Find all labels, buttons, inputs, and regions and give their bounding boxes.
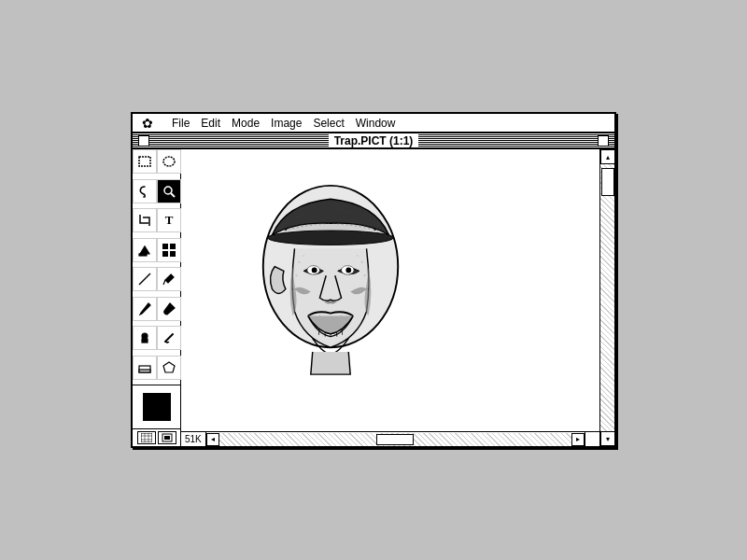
tool-eyedropper[interactable] — [157, 267, 181, 291]
svg-point-43 — [321, 244, 323, 245]
scroll-thumb-h[interactable] — [376, 434, 414, 445]
tool-brush[interactable] — [157, 297, 181, 321]
resize-corner[interactable] — [585, 432, 599, 447]
tool-eraser[interactable] — [133, 356, 157, 380]
tool-paint-bucket[interactable] — [133, 238, 157, 262]
canvas-wrapper: 51K ◂ ▸ — [181, 149, 599, 446]
svg-rect-7 — [170, 244, 176, 249]
menu-edit[interactable]: Edit — [195, 115, 226, 132]
svg-point-36 — [303, 255, 304, 257]
tool-pencil[interactable] — [133, 297, 157, 321]
svg-point-35 — [298, 261, 300, 263]
scroll-down-button[interactable]: ▾ — [600, 431, 615, 446]
svg-point-29 — [345, 268, 351, 273]
nav-button[interactable] — [158, 431, 176, 444]
tool-lasso[interactable] — [133, 179, 157, 203]
toolbox: T — [133, 149, 181, 446]
apple-menu[interactable]: ✿ — [136, 114, 159, 133]
close-button[interactable] — [138, 135, 149, 147]
menu-image[interactable]: Image — [265, 115, 307, 132]
tool-pattern[interactable] — [157, 238, 181, 262]
canvas-section: 51K ◂ ▸ ▴ ▾ — [181, 149, 614, 446]
svg-point-45 — [330, 239, 331, 241]
scroll-right-button[interactable]: ▸ — [571, 433, 585, 446]
file-size: 51K — [181, 432, 206, 446]
mac-window: ✿ File Edit Mode Image Select Window Tra… — [131, 112, 616, 448]
tool-rect-select[interactable] — [133, 149, 157, 174]
svg-point-40 — [357, 255, 359, 257]
svg-line-4 — [171, 193, 175, 197]
tool-oval-select[interactable] — [157, 149, 181, 174]
svg-line-11 — [163, 280, 165, 285]
svg-rect-5 — [139, 254, 147, 256]
svg-rect-13 — [142, 339, 148, 343]
tool-line[interactable] — [133, 267, 157, 291]
title-bar: Trap.PICT (1:1) — [133, 133, 614, 149]
svg-rect-23 — [164, 436, 170, 440]
svg-point-39 — [361, 261, 363, 263]
color-area — [133, 385, 180, 428]
tool-polygon[interactable] — [157, 356, 181, 380]
svg-marker-16 — [163, 362, 175, 372]
svg-line-10 — [139, 273, 150, 285]
scroll-up-button[interactable]: ▴ — [600, 149, 615, 164]
menu-file[interactable]: File — [166, 115, 195, 132]
scrollbar-vertical: ▴ ▾ — [599, 149, 614, 446]
svg-point-41 — [364, 274, 366, 276]
scroll-track-v — [600, 164, 615, 431]
grid-button[interactable] — [137, 431, 156, 444]
svg-rect-17 — [141, 433, 152, 442]
svg-point-28 — [312, 268, 317, 273]
svg-point-25 — [268, 231, 394, 245]
menu-window[interactable]: Window — [350, 115, 402, 132]
scrollbar-horizontal: ◂ ▸ — [206, 432, 585, 447]
menu-select[interactable]: Select — [307, 115, 349, 132]
svg-rect-6 — [162, 244, 168, 249]
scroll-thumb-v[interactable] — [601, 168, 614, 196]
main-content: T — [133, 149, 614, 446]
scroll-left-button[interactable]: ◂ — [206, 433, 219, 446]
status-bar: 51K ◂ ▸ — [181, 431, 599, 446]
tool-text[interactable]: T — [157, 208, 181, 232]
scroll-track-h — [219, 433, 571, 446]
window-title: Trap.PICT (1:1) — [329, 134, 419, 147]
zoom-button[interactable] — [598, 135, 609, 147]
svg-point-37 — [295, 274, 297, 276]
svg-rect-8 — [162, 251, 168, 257]
tool-crop[interactable] — [133, 208, 157, 232]
svg-point-44 — [339, 244, 341, 245]
face-image — [209, 159, 452, 401]
svg-point-1 — [163, 157, 175, 166]
svg-point-38 — [291, 287, 293, 289]
tool-smudge[interactable] — [157, 326, 181, 350]
tool-magnifier[interactable] — [157, 179, 181, 203]
foreground-color[interactable] — [143, 393, 171, 421]
tools-grid: T — [133, 149, 180, 385]
svg-rect-15 — [139, 370, 150, 372]
svg-rect-0 — [139, 157, 150, 166]
svg-rect-9 — [170, 251, 176, 257]
tool-extra — [133, 428, 180, 446]
menu-mode[interactable]: Mode — [226, 115, 265, 132]
menu-bar: ✿ File Edit Mode Image Select Window — [133, 114, 614, 133]
svg-point-12 — [142, 333, 148, 339]
tool-stamp[interactable] — [133, 326, 157, 350]
canvas-area[interactable] — [181, 149, 599, 431]
svg-point-3 — [164, 187, 172, 194]
svg-point-42 — [367, 287, 369, 289]
